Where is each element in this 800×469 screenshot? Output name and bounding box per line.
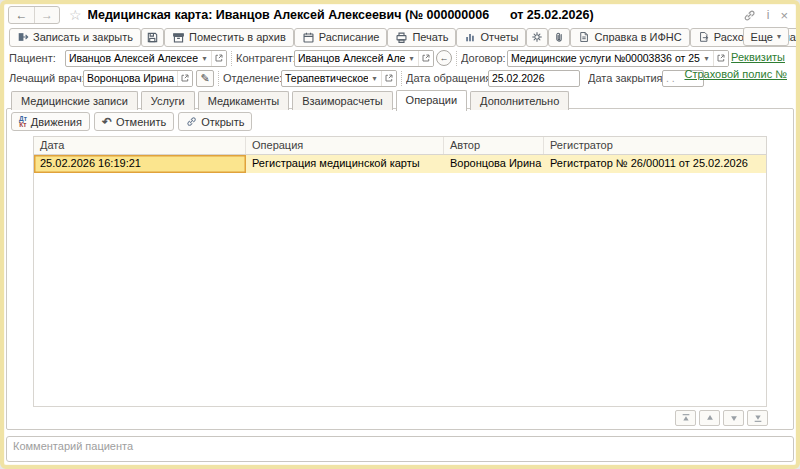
ifns-label: Справка в ИФНС — [594, 31, 681, 43]
chevron-down-icon[interactable]: ▾ — [405, 51, 418, 66]
chevron-down-icon[interactable]: ▾ — [368, 71, 381, 86]
doctor-field[interactable]: Воронцова Ирина — [83, 70, 193, 87]
pencil-icon: ✎ — [200, 72, 209, 85]
visit-date-value[interactable]: 25.02.2026 — [489, 71, 579, 86]
operations-toolbar: ДтКт Движения ↶ Отменить Открыть — [11, 112, 252, 131]
titlebar: ← → ☆ Медицинская карта: Иванцов Алексей… — [8, 4, 792, 26]
forward-icon: → — [41, 8, 53, 22]
doctor-label: Лечащий врач: — [9, 72, 83, 84]
counterparty-field[interactable]: Иванцов Алексей Алексеевич ▾ — [294, 50, 434, 67]
patient-field[interactable]: Иванцов Алексей Алексеевич ▾ — [65, 50, 227, 67]
field-row-2: Лечащий врач: Воронцова Ирина ✎ Отделени… — [9, 69, 704, 87]
print-button[interactable]: Печать — [387, 28, 456, 47]
link-icon — [186, 116, 197, 127]
open-icon[interactable] — [381, 71, 396, 86]
save-close-label: Записать и закрыть — [33, 31, 133, 43]
cancel-operation-button[interactable]: ↶ Отменить — [94, 112, 174, 131]
schedule-button[interactable]: Расписание — [294, 28, 388, 47]
group-separator — [231, 51, 232, 66]
get-link-icon[interactable] — [743, 9, 756, 22]
calendar-icon — [302, 31, 315, 44]
back-button[interactable]: ← — [9, 7, 34, 23]
counterparty-label: Контрагент: — [236, 52, 294, 64]
table-row[interactable]: 25.02.2026 16:19:21 Регистрация медицинс… — [34, 155, 766, 173]
cell-author[interactable]: Воронцова Ирина — [444, 155, 544, 173]
scroll-last-button[interactable] — [747, 410, 768, 426]
cancel-label: Отменить — [116, 116, 166, 128]
patient-comment-input[interactable]: Комментарий пациента — [6, 436, 794, 462]
fill-from-patient-button[interactable]: ← — [436, 50, 452, 66]
tab-medical-records[interactable]: Медицинские записи — [11, 91, 138, 110]
archive-icon — [172, 31, 185, 44]
reports-label: Отчеты — [480, 31, 518, 43]
open-label: Открыть — [201, 116, 244, 128]
tab-bar: Медицинские записи Услуги Медикаменты Вз… — [11, 90, 572, 110]
save-button[interactable] — [141, 28, 164, 47]
close-icon[interactable]: × — [780, 9, 788, 22]
cell-operation[interactable]: Регистрация медицинской карты — [246, 155, 444, 173]
document-icon — [578, 31, 590, 43]
open-icon[interactable] — [211, 51, 226, 66]
history-nav-group: ← → — [8, 6, 60, 24]
cell-registrator[interactable]: Регистратор № 26/00011 от 25.02.2026 — [544, 155, 766, 173]
group-separator — [218, 71, 219, 86]
patient-comment-placeholder: Комментарий пациента — [13, 440, 133, 452]
more-button[interactable]: Еще ▾ — [743, 27, 789, 46]
tab-settlements[interactable]: Взаиморасчеты — [292, 91, 392, 110]
ifns-certificate-button[interactable]: Справка в ИФНС — [570, 28, 689, 47]
table-nav-buttons — [675, 410, 768, 426]
chevron-down-icon: ▾ — [777, 33, 781, 41]
doctor-value[interactable]: Воронцова Ирина — [84, 71, 177, 86]
contract-field[interactable]: Медицинские услуги №00003836 от 25.02.20… — [507, 50, 729, 67]
tab-services[interactable]: Услуги — [141, 91, 195, 110]
patient-value[interactable]: Иванцов Алексей Алексеевич — [66, 51, 198, 66]
column-header-author[interactable]: Автор — [444, 137, 544, 154]
contract-value[interactable]: Медицинские услуги №00003836 от 25.02.20… — [508, 51, 700, 66]
department-field[interactable]: Терапевтическое ▾ — [281, 70, 397, 87]
movements-button[interactable]: ДтКт Движения — [11, 112, 90, 131]
open-operation-button[interactable]: Открыть — [178, 112, 252, 131]
group-separator — [401, 71, 402, 86]
chevron-down-icon[interactable]: ▾ — [198, 51, 211, 66]
back-icon: ← — [16, 8, 28, 22]
open-icon[interactable] — [177, 71, 192, 86]
edit-doctor-button[interactable]: ✎ — [196, 70, 214, 87]
tab-operations[interactable]: Операции — [396, 90, 467, 111]
titlebar-actions: i × — [743, 9, 792, 22]
save-and-close-button[interactable]: Записать и закрыть — [9, 28, 141, 47]
field-row-1: Пациент: Иванцов Алексей Алексеевич ▾ Ко… — [9, 49, 729, 67]
column-header-operation[interactable]: Операция — [246, 137, 444, 154]
visit-date-field[interactable]: 25.02.2026 — [488, 70, 580, 87]
counterparty-value[interactable]: Иванцов Алексей Алексеевич — [295, 51, 405, 66]
attachments-button[interactable] — [548, 28, 570, 47]
favorite-star-icon[interactable]: ☆ — [69, 7, 82, 23]
document-export-icon — [698, 31, 710, 43]
structure-button[interactable] — [526, 28, 548, 47]
info-icon[interactable]: i — [767, 9, 770, 21]
window-title: Медицинская карта: Иванцов Алексей Алекс… — [88, 8, 594, 22]
tab-additional[interactable]: Дополнительно — [470, 91, 569, 110]
department-label: Отделение: — [223, 72, 281, 84]
tab-medications[interactable]: Медикаменты — [198, 91, 290, 110]
visit-date-label: Дата обращения: — [406, 72, 488, 84]
close-date-label: Дата закрытия: — [588, 72, 662, 84]
forward-button[interactable]: → — [34, 7, 59, 23]
scroll-up-icon — [705, 413, 715, 423]
column-header-registrator[interactable]: Регистратор — [544, 137, 766, 154]
insurance-policy-link[interactable]: Страховой полис № — [684, 68, 787, 80]
save-close-icon — [17, 31, 29, 43]
cell-date[interactable]: 25.02.2026 16:19:21 — [34, 155, 246, 173]
department-value[interactable]: Терапевтическое — [282, 71, 368, 86]
open-icon[interactable] — [418, 51, 433, 66]
chevron-down-icon[interactable]: ▾ — [700, 51, 713, 66]
archive-button[interactable]: Поместить в архив — [164, 28, 294, 47]
main-toolbar: Записать и закрыть Поместить в архив Рас… — [9, 27, 791, 47]
scroll-up-button[interactable] — [699, 410, 720, 426]
open-icon[interactable] — [713, 51, 728, 66]
scroll-first-button[interactable] — [675, 410, 696, 426]
reports-button[interactable]: Отчеты — [456, 28, 526, 47]
scroll-down-button[interactable] — [723, 410, 744, 426]
printer-icon — [395, 31, 408, 44]
column-header-date[interactable]: Дата — [34, 137, 246, 154]
requisites-link[interactable]: Реквизиты — [731, 51, 785, 63]
